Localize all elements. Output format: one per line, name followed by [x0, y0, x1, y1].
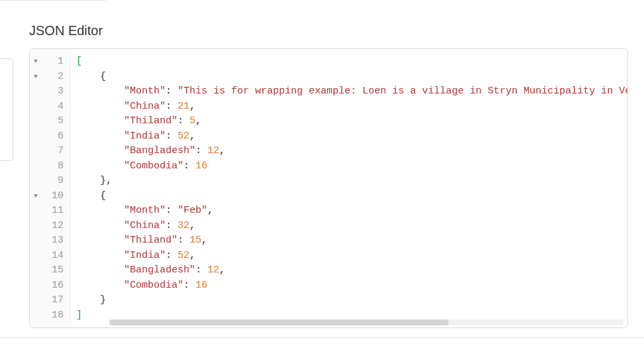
fold-spacer — [30, 233, 42, 249]
code-line[interactable]: "Thiland": 15, — [76, 233, 627, 249]
code-line[interactable]: "Month": "This is for wrapping example: … — [76, 84, 627, 99]
token-key: "Thiland" — [124, 235, 178, 246]
code-line[interactable]: [ — [76, 54, 627, 70]
token-punc: , — [189, 101, 195, 112]
token-num: 21 — [178, 101, 189, 112]
code-line[interactable]: "Combodia": 16 — [76, 159, 627, 174]
fold-spacer — [30, 263, 42, 278]
code-line[interactable]: "Combodia": 16 — [76, 278, 627, 294]
token-bracket: ] — [76, 310, 82, 321]
token-num: 5 — [189, 115, 195, 127]
fold-spacer — [30, 293, 42, 308]
line-number: 2 — [42, 70, 64, 85]
token-key: "Bangladesh" — [124, 264, 195, 276]
fold-spacer — [30, 144, 42, 159]
token-key: "Thiland" — [124, 115, 178, 127]
code-line[interactable]: "India": 52, — [76, 129, 627, 144]
line-number: 18 — [42, 308, 64, 323]
page-title: JSON Editor — [29, 23, 644, 38]
token-punc: , — [219, 145, 225, 156]
token-num: 32 — [178, 220, 189, 231]
token-num: 16 — [195, 160, 207, 172]
code-line[interactable]: "China": 21, — [76, 99, 627, 115]
line-number-gutter: 123456789101112131415161718 — [42, 49, 71, 327]
code-line[interactable]: "Month": "Feb", — [76, 203, 627, 219]
token-punc: : — [178, 235, 189, 246]
token-str: "This is for wrapping example: Loen is a… — [178, 86, 627, 97]
fold-spacer — [30, 129, 42, 144]
token-str: "Feb" — [178, 205, 207, 216]
token-brace: { — [100, 71, 106, 82]
token-punc: : — [166, 101, 178, 112]
line-number: 7 — [42, 144, 64, 159]
code-line[interactable]: "Bangladesh": 12, — [76, 263, 627, 278]
token-brace: }, — [100, 175, 112, 186]
token-punc: : — [184, 280, 195, 291]
code-line[interactable]: "China": 32, — [76, 219, 627, 234]
token-key: "India" — [124, 250, 166, 261]
code-line[interactable]: { — [76, 189, 627, 204]
token-punc: , — [195, 115, 201, 127]
token-key: "Combodia" — [124, 280, 184, 291]
token-num: 16 — [195, 280, 207, 291]
line-number: 3 — [42, 84, 64, 99]
token-bracket: [ — [76, 56, 82, 67]
line-number: 17 — [42, 293, 64, 308]
code-line[interactable]: { — [76, 70, 627, 85]
horizontal-scrollbar[interactable] — [109, 319, 623, 325]
token-punc: : — [166, 86, 178, 97]
fold-gutter: ▼▼▼ — [30, 49, 42, 327]
fold-spacer — [30, 219, 42, 234]
token-punc: : — [184, 160, 195, 172]
token-punc: : — [166, 220, 178, 231]
fold-toggle-icon[interactable]: ▼ — [30, 70, 42, 85]
bottom-divider — [0, 337, 644, 338]
token-punc: , — [219, 264, 225, 276]
line-number: 6 — [42, 129, 64, 144]
fold-toggle-icon[interactable]: ▼ — [30, 54, 42, 70]
token-key: "Bangladesh" — [124, 145, 195, 156]
code-line[interactable]: } — [76, 293, 627, 308]
token-punc: : — [166, 205, 178, 216]
token-num: 12 — [207, 264, 219, 276]
horizontal-scrollbar-thumb[interactable] — [109, 319, 449, 325]
code-line[interactable]: "Thiland": 5, — [76, 114, 627, 129]
code-area[interactable]: ▼▼▼ 123456789101112131415161718 [ { "Mon… — [30, 49, 627, 327]
line-number: 5 — [42, 114, 64, 129]
fold-spacer — [30, 99, 42, 115]
token-punc: , — [189, 131, 195, 142]
code-line[interactable]: "India": 52, — [76, 249, 627, 264]
token-brace: { — [100, 190, 106, 201]
line-number: 13 — [42, 233, 64, 249]
fold-spacer — [30, 159, 42, 174]
line-number: 14 — [42, 249, 64, 264]
token-num: 52 — [178, 131, 189, 142]
token-num: 15 — [189, 235, 201, 246]
fold-spacer — [30, 278, 42, 294]
fold-spacer — [30, 84, 42, 99]
token-key: "Combodia" — [124, 160, 184, 172]
token-punc: , — [189, 220, 195, 231]
line-number: 12 — [42, 219, 64, 234]
line-number: 1 — [42, 54, 64, 70]
token-num: 12 — [207, 145, 219, 156]
fold-spacer — [30, 249, 42, 264]
token-punc: : — [195, 145, 207, 156]
side-panel-stub — [0, 58, 13, 161]
top-divider — [0, 0, 106, 1]
fold-spacer — [30, 203, 42, 219]
fold-toggle-icon[interactable]: ▼ — [30, 189, 42, 204]
token-num: 52 — [178, 250, 189, 261]
line-number: 15 — [42, 263, 64, 278]
token-punc: , — [189, 250, 195, 261]
token-key: "India" — [124, 131, 166, 142]
fold-spacer — [30, 114, 42, 129]
line-number: 4 — [42, 99, 64, 115]
token-key: "Month" — [124, 86, 166, 97]
code-line[interactable]: }, — [76, 174, 627, 189]
token-punc: , — [201, 235, 207, 246]
line-number: 8 — [42, 159, 64, 174]
token-brace: } — [100, 294, 106, 306]
code-content[interactable]: [ { "Month": "This is for wrapping examp… — [71, 49, 627, 327]
code-line[interactable]: "Bangladesh": 12, — [76, 144, 627, 159]
